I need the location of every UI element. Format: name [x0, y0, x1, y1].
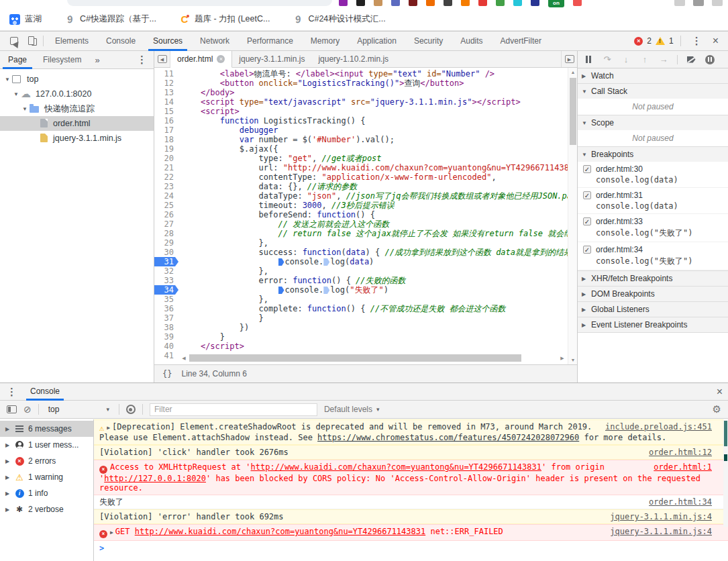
scroll-up-icon[interactable]: ▲ [568, 68, 577, 76]
console-filter-list[interactable]: ▶6 messages [0, 421, 93, 437]
tab-console[interactable]: Console [97, 32, 144, 51]
line-number[interactable]: 30 [154, 248, 178, 257]
console-settings-gear-icon[interactable]: ⚙ [713, 403, 721, 415]
line-number[interactable]: 16 [154, 116, 178, 125]
section-header[interactable]: ▶Global Listeners [578, 302, 728, 317]
line-number[interactable]: 41 [154, 351, 178, 360]
warning-badge-icon[interactable] [656, 37, 665, 45]
console-filter-info[interactable]: ▶i1 info [0, 485, 93, 501]
pretty-print-icon[interactable]: {} [162, 369, 172, 378]
extension-icon[interactable] [356, 0, 365, 6]
console-filter-user[interactable]: ▶1 user mess... [0, 437, 93, 453]
extension-icon[interactable] [478, 0, 487, 6]
scroll-right-icon[interactable]: ▶ [558, 354, 566, 362]
expand-triangle-icon[interactable]: ▶ [107, 425, 110, 431]
tab-security[interactable]: Security [405, 32, 452, 51]
disclosure-triangle-icon[interactable]: ▼ [4, 76, 11, 83]
tree-item[interactable]: ▼top [0, 72, 154, 87]
pause-on-exceptions-icon[interactable] [705, 54, 715, 65]
editor-tab[interactable]: jquery-1.10.2.min.js [311, 51, 395, 67]
line-number[interactable]: 27 [154, 219, 178, 229]
tab-close-icon[interactable]: × [217, 55, 225, 63]
inline-breakpoint-icon[interactable] [323, 258, 329, 266]
inline-link[interactable]: http://127.0.0.1:8020 [104, 474, 206, 483]
vertical-scroll-thumb[interactable] [570, 78, 576, 145]
disclosure-triangle-icon[interactable]: ▶ [5, 474, 11, 480]
line-number[interactable]: 17 [154, 125, 178, 135]
omnibox[interactable] [67, 0, 332, 6]
line-number[interactable]: 26 [154, 210, 178, 219]
message-source-link[interactable]: order.html:34 [649, 497, 712, 507]
sidebar-tab-page[interactable]: Page [0, 51, 35, 69]
line-number[interactable]: 19 [154, 144, 178, 154]
extension-icon[interactable] [513, 0, 522, 6]
line-number[interactable]: 34 [154, 285, 178, 295]
line-number[interactable]: 37 [154, 313, 178, 323]
disclosure-triangle-icon[interactable]: ▼ [21, 106, 28, 112]
line-number[interactable]: 29 [154, 238, 178, 248]
extension-icon[interactable] [339, 0, 348, 6]
line-number[interactable]: 36 [154, 304, 178, 313]
line-number[interactable]: 31 [154, 257, 178, 266]
tree-item[interactable]: ▼快递物流追踪 [0, 101, 154, 116]
step-icon[interactable]: → [658, 54, 669, 65]
line-number[interactable]: 33 [154, 276, 178, 285]
code-editor[interactable]: 11 <label>物流单号: </label><input type="tex… [154, 68, 577, 364]
console-sidebar-toggle-icon[interactable] [7, 405, 17, 413]
profile-icon[interactable] [674, 0, 685, 6]
line-number[interactable]: 18 [154, 135, 178, 144]
device-toolbar-icon[interactable] [23, 34, 40, 48]
console-filter-warning[interactable]: ▶⚠1 warning [0, 469, 93, 485]
tab-console[interactable]: Console [23, 383, 66, 401]
line-number[interactable]: 22 [154, 172, 178, 182]
section-header[interactable]: ▼Breakpoints [578, 147, 728, 162]
tab-scroll-left-icon[interactable]: ◀ [154, 51, 170, 67]
tree-item[interactable]: ▼☁127.0.0.1:8020 [0, 87, 154, 101]
live-expression-eye-icon[interactable] [126, 405, 136, 414]
disclosure-triangle-icon[interactable]: ▼ [13, 91, 19, 97]
expand-triangle-icon[interactable]: ▶ [110, 529, 113, 536]
line-number[interactable]: 35 [154, 295, 178, 304]
step-out-icon[interactable]: ↑ [639, 54, 650, 65]
horizontal-scrollbar[interactable]: ◀ ▶ [180, 354, 566, 362]
tab-application[interactable]: Application [348, 32, 405, 51]
step-into-icon[interactable]: ↓ [621, 54, 631, 65]
inline-breakpoint-icon[interactable] [278, 258, 284, 266]
bookmark-item[interactable]: 9C#快递跟踪（基于... [64, 13, 156, 25]
devtools-close-icon[interactable]: × [710, 35, 724, 47]
console-scrollbar[interactable] [723, 419, 728, 527]
inline-breakpoint-icon[interactable] [278, 287, 284, 294]
line-number[interactable]: 12 [154, 79, 178, 88]
line-number[interactable]: 40 [154, 342, 178, 351]
line-number[interactable]: 32 [154, 266, 178, 276]
disclosure-triangle-icon[interactable]: ▶ [5, 491, 11, 497]
drawer-menu-icon[interactable]: ⋮ [0, 386, 23, 398]
console-prompt[interactable]: > [94, 541, 728, 556]
clear-console-icon[interactable]: ⊘ [23, 404, 32, 415]
message-source-link[interactable]: order.html:1 [654, 462, 712, 472]
disclosure-triangle-icon[interactable]: ▶ [5, 442, 11, 448]
tab-network[interactable]: Network [191, 32, 238, 51]
line-number[interactable]: 13 [154, 88, 178, 97]
line-number[interactable]: 38 [154, 323, 178, 332]
console-filter-error[interactable]: ▶×2 errors [0, 453, 93, 469]
extension-icon[interactable] [374, 0, 382, 6]
line-number[interactable]: 24 [154, 191, 178, 201]
breakpoint-checkbox[interactable]: ✓ [583, 191, 591, 199]
tree-item[interactable]: order.html [0, 116, 154, 131]
pause-script-icon[interactable] [583, 54, 594, 65]
tab-memory[interactable]: Memory [302, 32, 348, 51]
extension-icon[interactable] [409, 0, 417, 6]
section-header[interactable]: ▶Watch [578, 68, 728, 83]
console-filter-input[interactable] [150, 403, 317, 416]
editor-tab[interactable]: jquery-3.1.1.min.js [232, 51, 311, 67]
breakpoint-entry[interactable]: ✓order.html:34console.log("失败了") [578, 242, 728, 270]
breakpoint-entry[interactable]: ✓order.html:33console.log("失败了") [578, 214, 728, 242]
line-number[interactable]: 39 [154, 332, 178, 342]
line-number[interactable]: 25 [154, 201, 178, 210]
section-header[interactable]: ▼Call Stack [578, 84, 728, 99]
message-source-link[interactable]: order.html:12 [649, 448, 712, 457]
download-icon[interactable] [693, 0, 704, 6]
more-tabs-icon[interactable]: » [89, 55, 105, 65]
line-number[interactable]: 15 [154, 107, 178, 116]
